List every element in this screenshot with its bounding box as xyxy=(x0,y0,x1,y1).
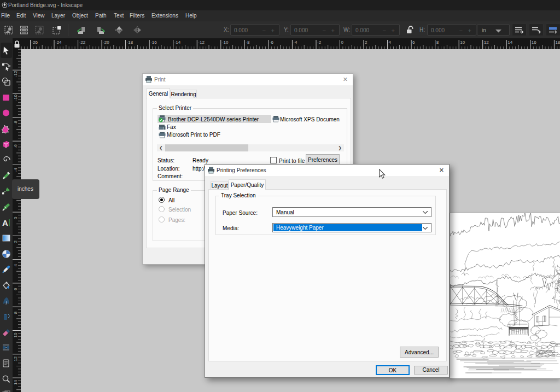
svg-text:18: 18 xyxy=(555,40,560,45)
svg-text:10: 10 xyxy=(460,40,465,45)
svg-text:2: 2 xyxy=(13,240,18,243)
svg-text:14: 14 xyxy=(508,40,512,45)
svg-text:-8: -8 xyxy=(13,120,18,125)
svg-text:12: 12 xyxy=(13,356,18,361)
svg-text:-4: -4 xyxy=(13,168,18,172)
svg-text:-6: -6 xyxy=(270,40,274,45)
svg-text:-22: -22 xyxy=(79,40,86,45)
svg-text:-4: -4 xyxy=(293,40,298,45)
svg-text:-2: -2 xyxy=(317,40,322,45)
svg-text:-26: -26 xyxy=(32,40,38,45)
svg-text:4: 4 xyxy=(13,264,18,267)
svg-text:-16: -16 xyxy=(150,40,157,45)
svg-text:0: 0 xyxy=(13,217,18,219)
svg-text:16: 16 xyxy=(532,40,536,45)
svg-text:0: 0 xyxy=(341,40,344,45)
svg-text:4: 4 xyxy=(389,40,392,45)
svg-text:-8: -8 xyxy=(246,40,250,45)
svg-text:-20: -20 xyxy=(103,40,109,45)
svg-text:6: 6 xyxy=(412,40,415,45)
svg-text:-6: -6 xyxy=(13,144,18,148)
svg-text:8: 8 xyxy=(13,311,18,314)
svg-text:2: 2 xyxy=(365,40,368,45)
svg-text:8: 8 xyxy=(436,40,439,45)
svg-text:6: 6 xyxy=(13,288,18,290)
svg-text:-18: -18 xyxy=(127,40,133,45)
svg-text:-12: -12 xyxy=(198,40,205,45)
svg-text:-12: -12 xyxy=(13,71,18,77)
svg-text:-10: -10 xyxy=(222,40,229,45)
svg-text:12: 12 xyxy=(484,40,489,45)
svg-text:-14: -14 xyxy=(174,40,181,45)
svg-text:14: 14 xyxy=(13,380,18,385)
svg-text:-24: -24 xyxy=(55,40,62,45)
svg-text:10: 10 xyxy=(13,332,18,337)
svg-text:A: A xyxy=(2,218,8,227)
svg-text:-10: -10 xyxy=(13,94,18,101)
